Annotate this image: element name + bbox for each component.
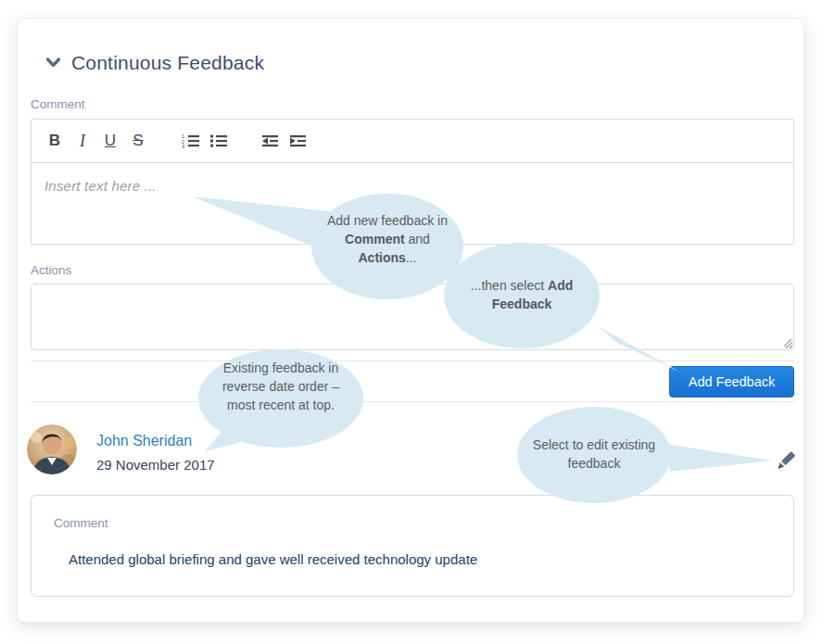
panel-header: Continuous Feedback [45,52,264,74]
page-title: Continuous Feedback [71,52,264,74]
richtext-toolbar: B I U S 1 2 3 [32,120,793,163]
indent-icon[interactable] [285,127,310,155]
feedback-date: 29 November 2017 [96,457,215,473]
ordered-list-icon[interactable]: 1 2 3 [178,127,202,155]
feedback-author-link[interactable]: John Sheridan [96,433,192,449]
italic-button[interactable]: I [70,127,95,155]
bullet-list-icon[interactable] [206,127,230,155]
comment-textarea[interactable]: Insert text here ... [32,163,793,209]
svg-text:3: 3 [182,144,184,148]
pencil-icon [773,448,799,474]
section-divider [31,360,794,361]
add-feedback-button[interactable]: Add Feedback [669,366,794,398]
comment-field-label: Comment [31,97,85,111]
feedback-comment-text: Attended global briefing and gave well r… [69,551,477,567]
comment-editor: B I U S 1 2 3 [31,119,794,245]
actions-field [31,284,794,350]
chevron-down-icon[interactable] [45,57,61,69]
underline-button[interactable]: U [98,127,122,155]
continuous-feedback-card: Continuous Feedback Comment B I U S 1 2 … [17,18,804,623]
feedback-comment-label: Comment [54,516,108,530]
strikethrough-button[interactable]: S [126,127,150,155]
actions-textarea[interactable] [31,284,794,350]
bold-button[interactable]: B [43,127,67,155]
avatar[interactable] [27,424,77,474]
outdent-icon[interactable] [258,127,282,155]
section-divider [31,401,794,402]
edit-feedback-button[interactable] [772,448,800,475]
actions-field-label: Actions [31,263,71,277]
comment-placeholder: Insert text here ... [44,178,157,194]
feedback-comment-box: Comment Attended global briefing and gav… [31,495,794,597]
continuous-feedback-page: Continuous Feedback Comment B I U S 1 2 … [0,0,823,644]
